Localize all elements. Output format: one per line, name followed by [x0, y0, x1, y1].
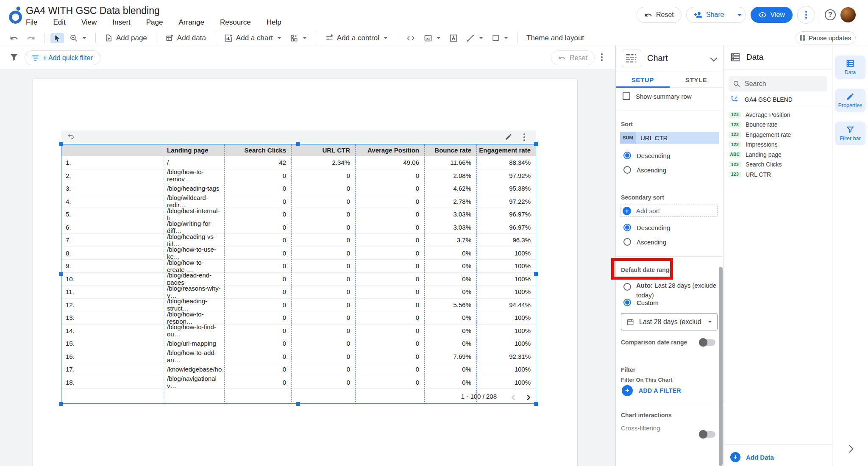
share-dropdown[interactable]: [733, 7, 746, 23]
sort-descending-option[interactable]: Descending: [623, 152, 670, 159]
sort-section-label: Sort: [621, 121, 633, 128]
data-table[interactable]: Landing pageSearch ClicksURL CTRAverage …: [61, 144, 536, 404]
field-item-url-ctr[interactable]: 123URL CTR: [729, 169, 771, 179]
sort-aggregation-badge[interactable]: SUM: [620, 132, 636, 144]
table-chart-icon[interactable]: [622, 50, 641, 67]
help-icon[interactable]: ?: [825, 9, 836, 20]
chart-undo-icon[interactable]: [67, 133, 75, 141]
embed-url-button[interactable]: [403, 33, 418, 44]
redo-button[interactable]: [24, 33, 38, 44]
selection-handle[interactable]: [534, 142, 538, 146]
radio-unselected-icon[interactable]: [623, 166, 631, 174]
insert-image-button[interactable]: [421, 33, 444, 44]
add-page-button[interactable]: Add page: [102, 33, 150, 44]
column-header[interactable]: Bounce rate: [424, 144, 476, 156]
field-item-search-clicks[interactable]: 123Search Clicks: [729, 160, 782, 169]
rail-properties-button[interactable]: Properties: [835, 89, 865, 112]
radio-selected-icon[interactable]: [623, 152, 631, 159]
field-item-landing-page[interactable]: ABCLanding page: [729, 150, 782, 159]
radio-unselected-icon[interactable]: [623, 283, 631, 291]
next-page-icon[interactable]: ›: [526, 390, 531, 403]
comparison-toggle[interactable]: [700, 339, 715, 346]
checkbox-unchecked-icon[interactable]: [623, 92, 630, 100]
insert-shape-button[interactable]: [489, 33, 511, 43]
secondary-ascending-option[interactable]: Ascending: [623, 238, 666, 246]
menu-edit[interactable]: Edit: [52, 18, 67, 27]
menu-resource[interactable]: Resource: [219, 18, 252, 27]
data-source-item[interactable]: GA4 GSC BLEND: [730, 95, 793, 104]
avatar[interactable]: [840, 7, 856, 22]
menu-view[interactable]: View: [80, 18, 98, 27]
divider: [820, 8, 820, 22]
tab-style[interactable]: STYLE: [670, 72, 723, 87]
field-item-impressions[interactable]: 123Impressions: [729, 140, 777, 150]
table-cell: 88.34%: [476, 156, 536, 169]
column-header[interactable]: URL CTR: [291, 144, 355, 156]
menu-file[interactable]: File: [25, 18, 39, 27]
canvas-more-options[interactable]: [601, 53, 603, 61]
chevron-down-icon[interactable]: [710, 55, 718, 62]
canvas-reset-button[interactable]: Reset: [551, 50, 595, 65]
insert-text-button[interactable]: [446, 33, 461, 44]
theme-layout-button[interactable]: Theme and layout: [523, 33, 587, 44]
add-quick-filter-button[interactable]: + Add quick filter: [25, 50, 100, 65]
edit-pencil-icon[interactable]: [505, 133, 512, 141]
radio-unselected-icon[interactable]: [623, 238, 631, 246]
insert-line-button[interactable]: [463, 33, 486, 44]
column-header[interactable]: Search Clicks: [224, 144, 291, 156]
selection-handle[interactable]: [59, 272, 63, 276]
column-header[interactable]: [61, 144, 163, 156]
field-item-bounce-rate[interactable]: 123Bounce rate: [729, 120, 778, 130]
undo-button[interactable]: [7, 33, 21, 44]
select-tool-button[interactable]: [50, 33, 64, 43]
column-header[interactable]: Landing page: [163, 144, 224, 156]
selection-handle[interactable]: [534, 402, 538, 406]
report-title[interactable]: GA4 WITH GSC Data blending: [26, 5, 160, 17]
view-button[interactable]: View: [751, 7, 793, 23]
show-summary-row-option[interactable]: Show summary row: [623, 92, 692, 100]
column-header[interactable]: Engagement rate: [476, 144, 536, 156]
field-item-average-position[interactable]: 123Average Position: [729, 110, 790, 119]
menu-arrange[interactable]: Arrange: [177, 18, 205, 27]
rail-filter-bar-button[interactable]: Filter bar: [835, 122, 865, 145]
collapse-panel-icon[interactable]: [846, 445, 853, 452]
chevron-down-icon: [303, 37, 307, 39]
reset-button[interactable]: Reset: [637, 7, 682, 23]
add-sort-button[interactable]: + Add sort: [620, 205, 718, 217]
tab-setup[interactable]: SETUP: [616, 72, 670, 87]
menu-insert[interactable]: Insert: [111, 18, 132, 27]
panel-scrollbar[interactable]: [719, 267, 723, 466]
radio-selected-icon[interactable]: [623, 299, 631, 306]
secondary-descending-option[interactable]: Descending: [623, 224, 670, 231]
more-options-button[interactable]: [797, 6, 815, 24]
sort-field-chip[interactable]: SUM URL CTR: [620, 132, 719, 144]
community-visualizations-button[interactable]: [287, 33, 310, 44]
plus-icon: +: [622, 385, 633, 396]
rail-data-button[interactable]: Data: [835, 55, 865, 79]
chart-more-options[interactable]: [523, 133, 525, 141]
menu-page[interactable]: Page: [145, 18, 164, 27]
filter-scope-label: Filter On This Chart: [621, 377, 672, 383]
column-header[interactable]: Average Position: [355, 144, 424, 156]
cross-filtering-toggle[interactable]: [700, 431, 715, 438]
selection-handle[interactable]: [296, 402, 300, 406]
radio-selected-icon[interactable]: [623, 224, 631, 231]
sort-ascending-option[interactable]: Ascending: [623, 166, 666, 174]
zoom-tool-button[interactable]: [67, 33, 89, 44]
date-range-dropdown[interactable]: Last 28 days (exclud...: [621, 313, 718, 330]
pause-updates-button[interactable]: Pause updates: [796, 31, 856, 44]
add-data-button[interactable]: + Add Data: [730, 452, 774, 462]
selection-handle[interactable]: [59, 402, 63, 406]
add-chart-button[interactable]: Add a chart: [221, 33, 284, 44]
share-button[interactable]: Share: [686, 7, 746, 23]
field-search-input[interactable]: Search: [729, 76, 827, 92]
add-control-button[interactable]: Add a control: [322, 33, 391, 44]
add-filter-button[interactable]: + ADD A FILTER: [622, 385, 681, 396]
selection-handle[interactable]: [534, 272, 538, 276]
date-custom-option[interactable]: Custom: [623, 299, 659, 306]
selection-handle[interactable]: [296, 142, 300, 146]
selection-handle[interactable]: [59, 142, 63, 146]
menu-help[interactable]: Help: [265, 18, 283, 27]
add-data-button[interactable]: Add data: [162, 33, 209, 44]
field-item-engagement-rate[interactable]: 123Engagement rate: [729, 130, 791, 139]
